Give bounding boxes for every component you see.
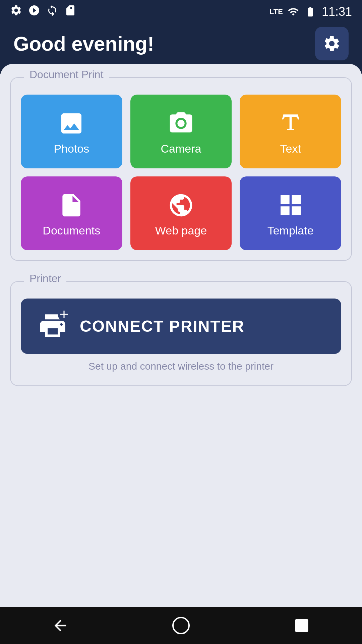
photos-label: Photos xyxy=(54,142,89,155)
recent-icon xyxy=(293,617,310,634)
status-sync-icon xyxy=(46,4,58,19)
signal-icon xyxy=(288,6,299,17)
camera-button[interactable]: Camera xyxy=(130,95,232,168)
text-label: Text xyxy=(280,142,301,155)
documents-label: Documents xyxy=(43,224,100,237)
status-icons-right: LTE 11:31 xyxy=(269,5,352,19)
status-play-icon xyxy=(28,4,40,19)
template-button[interactable]: Template xyxy=(240,176,341,250)
text-icon xyxy=(277,110,304,137)
lte-badge: LTE xyxy=(269,7,283,16)
webpage-label: Web page xyxy=(155,224,207,237)
recent-button[interactable] xyxy=(286,610,317,641)
camera-icon xyxy=(168,110,194,137)
connect-printer-label: CONNECT PRINTER xyxy=(80,317,244,335)
camera-label: Camera xyxy=(161,142,201,155)
printer-subtitle: Set up and connect wireless to the print… xyxy=(21,361,341,375)
settings-icon xyxy=(323,35,341,53)
status-sdcard-icon xyxy=(64,4,76,19)
connect-plus-icon xyxy=(58,308,70,321)
document-print-section: Document Print Photos Camera xyxy=(10,77,352,261)
battery-icon xyxy=(304,6,317,17)
printer-section: Printer CONNECT PRINTER Set up and conne… xyxy=(10,281,352,386)
connect-printer-button[interactable]: CONNECT PRINTER xyxy=(21,299,341,354)
webpage-button[interactable]: Web page xyxy=(130,176,232,250)
photos-button[interactable]: Photos xyxy=(21,95,122,168)
photos-icon xyxy=(58,110,85,137)
connect-printer-icon-wrapper xyxy=(38,311,68,342)
printer-section-label: Printer xyxy=(24,272,66,285)
home-button[interactable] xyxy=(166,610,196,641)
template-label: Template xyxy=(267,224,314,237)
web-icon xyxy=(168,192,194,219)
settings-button[interactable] xyxy=(315,27,349,60)
document-print-label: Document Print xyxy=(24,68,109,81)
back-icon xyxy=(52,617,69,634)
template-icon xyxy=(277,192,304,219)
status-bar: LTE 11:31 xyxy=(0,0,362,23)
header: Good evening! xyxy=(0,23,362,64)
documents-icon xyxy=(58,192,85,219)
status-time: 11:31 xyxy=(322,5,352,19)
back-button[interactable] xyxy=(45,610,76,641)
status-gear-icon xyxy=(10,4,22,19)
home-icon xyxy=(172,617,190,634)
nav-bar xyxy=(0,607,362,644)
status-icons-left xyxy=(10,4,76,19)
documents-button[interactable]: Documents xyxy=(21,176,122,250)
text-button[interactable]: Text xyxy=(240,95,341,168)
greeting-text: Good evening! xyxy=(13,32,154,55)
main-content: Document Print Photos Camera xyxy=(0,64,362,607)
document-print-grid: Photos Camera Text Docu xyxy=(21,95,341,250)
